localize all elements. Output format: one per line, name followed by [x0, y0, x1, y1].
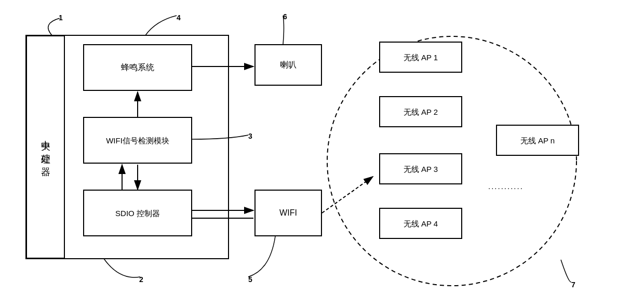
- wifi-module-box: WIFI: [254, 190, 322, 236]
- ap2-box: 无线 AP 2: [379, 96, 462, 127]
- ref-5: 5: [248, 275, 252, 284]
- diagram: 中央 处理 器 蜂鸣系统 WIFI信号检测模块 SDIO 控制器 喇叭 WIFI…: [0, 0, 644, 307]
- ref-4: 4: [177, 14, 181, 22]
- apn-box: 无线 AP n: [496, 125, 579, 156]
- wifi-detect-box: WIFI信号检测模块: [83, 117, 192, 164]
- ref-2: 2: [139, 275, 143, 284]
- ref-7: 7: [571, 281, 575, 289]
- svg-line-10: [322, 177, 373, 213]
- ap4-box: 无线 AP 4: [379, 208, 462, 239]
- ap3-box: 无线 AP 3: [379, 153, 462, 184]
- ref-3: 3: [248, 132, 252, 140]
- ap1-box: 无线 AP 1: [379, 42, 462, 73]
- cpu-box: 中央 处理 器: [26, 35, 65, 259]
- ref-1: 1: [59, 14, 63, 22]
- sdio-box: SDIO 控制器: [83, 190, 192, 236]
- dots-label: ...........: [488, 182, 524, 191]
- speaker-box: 喇叭: [254, 44, 322, 86]
- ref-6: 6: [283, 12, 287, 21]
- beep-box: 蜂鸣系统: [83, 44, 192, 91]
